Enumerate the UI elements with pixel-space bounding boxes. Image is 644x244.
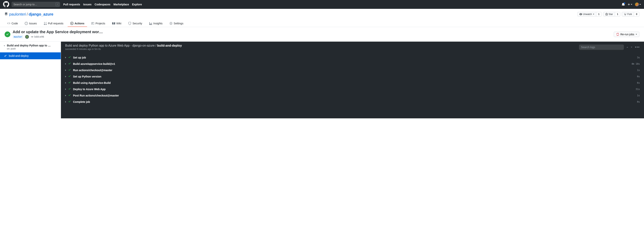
forks-count[interactable]: 0 <box>634 12 640 17</box>
fork-button[interactable]: Fork <box>622 12 634 17</box>
create-new-dropdown[interactable] <box>628 3 632 6</box>
caret-right-icon <box>65 82 66 84</box>
github-logo-icon[interactable] <box>3 1 9 8</box>
step-duration: 4m 18s <box>632 63 640 65</box>
workflow-name: Build and deploy Python app to … <box>7 44 50 47</box>
fork-icon <box>624 13 626 16</box>
star-label: Star <box>609 13 613 16</box>
svg-point-0 <box>32 37 32 37</box>
star-button[interactable]: Star <box>603 12 615 17</box>
log-breadcrumb-prefix: Build and deploy Python app to Azure Web… <box>65 44 157 47</box>
caret-down-icon <box>636 34 637 35</box>
step-duration: 0s <box>637 101 640 103</box>
tab-settings-label: Settings <box>174 22 184 25</box>
chevron-down-icon <box>3 45 6 47</box>
nav-marketplace[interactable]: Marketplace <box>114 3 129 6</box>
caret-down-icon <box>631 4 632 5</box>
chevron-down-icon[interactable] <box>630 46 633 49</box>
workflow-trigger: on: push <box>7 47 50 50</box>
nav-pull-requests[interactable]: Pull requests <box>63 3 80 6</box>
search-wrap: / <box>12 2 60 7</box>
fork-label: Fork <box>627 13 632 16</box>
step-row[interactable]: Build azure/appservice-build@v14m 18s <box>65 61 640 67</box>
step-row[interactable]: Build using AppService-Build6s <box>65 80 640 86</box>
actor-avatar-icon[interactable] <box>25 35 29 39</box>
nav-issues[interactable]: Issues <box>83 3 92 6</box>
topbar-right <box>622 3 641 6</box>
search-input[interactable] <box>12 2 60 7</box>
tab-security-label: Security <box>132 22 142 25</box>
tab-wiki[interactable]: Wiki <box>110 20 124 27</box>
step-row[interactable]: Deploy to Azure Web App31s <box>65 86 640 92</box>
log-status-line: succeeded 9 minutes ago in 5m 0s <box>65 48 182 51</box>
step-duration: 3s <box>637 56 640 59</box>
tab-projects[interactable]: Projects <box>88 20 108 27</box>
step-row[interactable]: Post Run actions/checkout@master1s <box>65 92 640 99</box>
log-pane: Build and deploy Python app to Azure Web… <box>61 42 644 118</box>
step-list: Set up job3sBuild azure/appservice-build… <box>61 53 644 106</box>
rerun-jobs-button[interactable]: Re-run jobs <box>614 32 640 37</box>
caret-right-icon <box>65 57 66 58</box>
sync-icon <box>616 33 619 36</box>
step-row[interactable]: Set up job3s <box>65 54 640 61</box>
step-row[interactable]: Run actions/checkout@master1s <box>65 67 640 73</box>
nav-explore[interactable]: Explore <box>132 3 142 6</box>
user-menu[interactable] <box>635 3 641 6</box>
code-icon <box>7 22 10 25</box>
gear-icon <box>170 22 172 25</box>
unwatch-label: Unwatch <box>583 13 592 16</box>
caret-right-icon <box>65 101 66 103</box>
repo-actions: Unwatch 1 Star 1 Fork 0 <box>577 12 640 17</box>
sidebar-job-item[interactable]: build-and-deploy <box>0 52 61 59</box>
step-name: Deploy to Azure Web App <box>73 88 634 91</box>
caret-right-icon <box>65 88 66 90</box>
repo-tabs: Code Issues Pull requests Actions Projec… <box>4 20 640 27</box>
commit-sha-text: bddce96 <box>34 36 44 38</box>
fork-button-group: Fork 0 <box>622 12 640 17</box>
caret-down-icon <box>593 14 594 15</box>
workflow-header[interactable]: Build and deploy Python app to … on: pus… <box>0 42 61 52</box>
tab-pull-requests[interactable]: Pull requests <box>41 20 66 27</box>
tab-issues[interactable]: Issues <box>22 20 39 27</box>
caret-right-icon <box>65 95 66 96</box>
tab-code[interactable]: Code <box>4 20 20 27</box>
tab-security[interactable]: Security <box>126 20 145 27</box>
slash-hint: / <box>56 3 59 6</box>
step-name: Run actions/checkout@master <box>73 69 635 72</box>
chevron-up-icon[interactable] <box>626 46 629 49</box>
nav-codespaces[interactable]: Codespaces <box>95 3 110 6</box>
project-icon <box>91 22 94 25</box>
graph-icon <box>149 22 152 25</box>
watchers-count[interactable]: 1 <box>596 12 602 17</box>
book-icon <box>112 22 115 25</box>
step-name: Set up job <box>73 56 635 59</box>
stargazers-count[interactable]: 1 <box>615 12 620 17</box>
tab-actions[interactable]: Actions <box>68 20 87 27</box>
step-row[interactable]: Complete job0s <box>65 99 640 105</box>
eye-icon <box>580 13 582 16</box>
shield-icon <box>128 22 131 25</box>
top-nav: Pull requests Issues Codespaces Marketpl… <box>63 3 142 6</box>
log-menu-icon[interactable]: ••• <box>635 45 640 49</box>
repo-name-link[interactable]: django_azure <box>28 12 53 17</box>
step-row[interactable]: Set up Python version0s <box>65 73 640 80</box>
issue-icon <box>25 22 28 25</box>
tab-issues-label: Issues <box>29 22 36 25</box>
check-icon <box>68 56 71 59</box>
topbar: / Pull requests Issues Codespaces Market… <box>0 0 644 9</box>
branch-badge[interactable]: master <box>13 35 23 38</box>
jobs-sidebar: Build and deploy Python app to … on: pus… <box>0 42 61 118</box>
user-avatar-icon <box>635 3 639 6</box>
tab-insights[interactable]: Insights <box>146 20 165 27</box>
notifications-icon[interactable] <box>622 3 625 6</box>
unwatch-button[interactable]: Unwatch <box>577 12 596 17</box>
log-search-input[interactable] <box>579 45 624 50</box>
star-icon <box>605 13 608 16</box>
main-area: Build and deploy Python app to … on: pus… <box>0 42 644 118</box>
run-title: Add or update the App Service deployment… <box>13 30 105 34</box>
commit-sha[interactable]: bddce96 <box>31 36 44 38</box>
repo-owner-link[interactable]: paulonteri <box>9 12 26 17</box>
tab-settings[interactable]: Settings <box>167 20 186 27</box>
rerun-label: Re-run jobs <box>620 33 634 36</box>
log-breadcrumb-current: build-and-deploy <box>157 44 182 47</box>
